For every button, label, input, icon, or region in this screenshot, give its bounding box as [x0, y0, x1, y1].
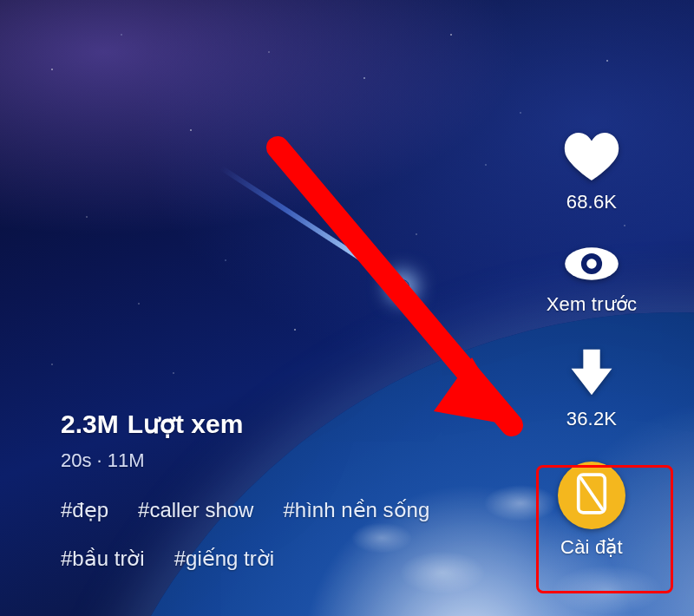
like-button[interactable]: 68.6K	[563, 130, 620, 213]
tag-item[interactable]: #bầu trời	[61, 547, 145, 571]
download-button[interactable]: 36.2K	[566, 347, 618, 430]
phone-wallpaper-icon	[575, 473, 608, 518]
comet-head	[393, 277, 412, 296]
video-info: 2.3M Lượt xem 20s · 11M #đẹp #caller sho…	[61, 409, 503, 571]
meta-line: 20s · 11M	[61, 449, 503, 472]
preview-button[interactable]: Xem trước	[547, 245, 638, 316]
settings-button[interactable]: Cài đặt	[558, 462, 625, 559]
settings-circle	[558, 462, 625, 529]
tag-item[interactable]: #đẹp	[61, 498, 108, 522]
eye-icon	[563, 245, 620, 286]
preview-label: Xem trước	[547, 293, 638, 316]
tag-item[interactable]: #hình nền sống	[283, 498, 429, 522]
svg-point-2	[586, 259, 596, 268]
action-column: 68.6K Xem trước 36.2K	[522, 130, 661, 559]
tag-list: #đẹp #caller show #hình nền sống #bầu tr…	[61, 498, 503, 571]
heart-icon	[563, 130, 620, 184]
tag-item[interactable]: #caller show	[138, 498, 253, 522]
views-label: Lượt xem	[128, 409, 244, 439]
settings-label: Cài đặt	[560, 536, 623, 559]
views-line: 2.3M Lượt xem	[61, 409, 503, 439]
wallpaper-preview-screen: 68.6K Xem trước 36.2K	[0, 0, 694, 616]
like-count: 68.6K	[566, 191, 618, 213]
download-count: 36.2K	[566, 408, 618, 430]
duration: 20s	[61, 449, 91, 471]
file-size: 11M	[108, 449, 145, 471]
tag-item[interactable]: #giếng trời	[174, 547, 274, 571]
comet-trail	[219, 166, 404, 288]
views-count: 2.3M	[61, 410, 119, 439]
comet-graphic	[156, 78, 468, 390]
download-arrow-icon	[567, 347, 616, 401]
meta-sep: ·	[91, 449, 107, 471]
